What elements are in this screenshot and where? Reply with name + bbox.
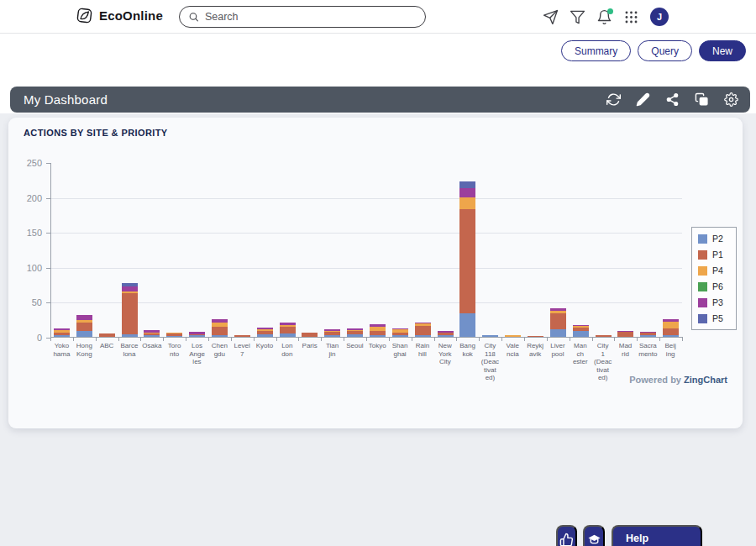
bar-segment-P2[interactable] [459,313,475,337]
brand: EcoOnline [76,7,163,24]
dashboard-title: My Dashboard [24,92,108,107]
x-label-line: Hong [73,342,96,350]
bar-segment-P4[interactable] [505,335,521,338]
y-tick [46,163,50,164]
bar-segment-P1[interactable] [76,323,92,331]
bar-segment-P4[interactable] [663,322,679,328]
bar-segment-P2[interactable] [370,335,386,338]
chart-plot-area: 050100150200250 [50,163,682,338]
settings-gear-icon[interactable] [724,92,738,107]
legend-item-P5[interactable]: P5 [698,313,730,323]
bar-Tianjin [324,329,340,337]
bar-segment-P1[interactable] [234,335,250,338]
bar-Los Angeles [189,332,205,337]
apps-grid-icon[interactable] [623,9,639,25]
bar-segment-P2[interactable] [76,331,92,337]
share-icon[interactable] [665,92,680,107]
x-label-Kyoto: Kyoto [254,342,276,382]
chart-title: ACTIONS BY SITE & PRIORITY [24,128,168,138]
bar-Sacramento [640,332,656,337]
help-button[interactable]: Help [612,525,702,546]
x-tick [501,338,502,341]
bar-segment-P2[interactable] [438,335,454,337]
send-icon[interactable] [543,9,559,25]
refresh-icon[interactable] [606,92,621,107]
bar-Manchester [573,325,589,337]
top-nav-icons: J [543,0,669,34]
powered-by-text: Powered by [629,375,681,385]
filter-icon[interactable] [570,9,585,25]
x-tick [434,338,435,341]
bar-Reykjavik [528,336,543,337]
bar-segment-P2[interactable] [280,333,296,337]
copy-icon[interactable] [695,92,709,107]
x-label-City 1 (Deactivated): City1(Deactivated) [591,342,614,382]
gridline [51,233,682,234]
legend-item-P2[interactable]: P2 [698,234,730,244]
x-tick [163,338,164,341]
legend-item-P3[interactable]: P3 [698,297,730,307]
x-label-Rain hill: Rainhill [412,342,434,382]
x-label-line: Toro [163,342,186,350]
gridline [51,302,682,303]
bar-segment-P1[interactable] [280,327,296,333]
bar-segment-P2[interactable] [347,334,363,337]
gridline [51,268,682,269]
bar-segment-P1[interactable] [596,335,612,337]
bar-segment-P2[interactable] [663,335,679,338]
search-box[interactable] [179,6,426,28]
bar-segment-P2[interactable] [212,335,228,338]
x-label-line: City [591,342,614,350]
bar-segment-P2[interactable] [392,335,408,337]
thumbs-up-button[interactable] [556,525,577,546]
bar-segment-P1[interactable] [302,333,318,337]
graduation-cap-icon [587,533,601,546]
search-input[interactable] [205,11,417,23]
search-icon [188,11,199,23]
bar-segment-P1[interactable] [617,332,633,337]
notifications-bell-icon[interactable] [596,9,612,25]
bar-segment-P1[interactable] [415,326,431,336]
query-button[interactable]: Query [638,40,692,61]
bar-segment-P2[interactable] [144,335,160,337]
bar-segment-P2[interactable] [189,335,205,338]
bar-Seoul [347,328,363,337]
x-tick [298,338,299,341]
legend-item-P6[interactable]: P6 [698,281,730,291]
bar-segment-P2[interactable] [482,335,498,337]
bar-segment-P4[interactable] [459,197,475,209]
x-label-line: Mad [614,342,637,350]
bar-segment-P1[interactable] [212,327,228,335]
bar-Chengdu [212,319,228,337]
bar-segment-P3[interactable] [459,188,475,197]
edit-pencil-icon[interactable] [636,92,650,107]
legend-label: P3 [712,297,723,307]
legend-item-P1[interactable]: P1 [698,249,730,260]
summary-button[interactable]: Summary [561,40,631,61]
x-tick [389,338,390,341]
bar-segment-P1[interactable] [459,209,475,313]
new-button[interactable]: New [699,40,746,61]
bar-segment-P1[interactable] [122,293,138,333]
bar-segment-P1[interactable] [528,336,543,337]
bar-segment-P2[interactable] [54,335,70,338]
bar-segment-P2[interactable] [166,336,182,337]
bar-segment-P5[interactable] [459,181,475,188]
bar-segment-P1[interactable] [663,328,679,335]
x-label-line: Beij [659,342,682,350]
legend-item-P4[interactable]: P4 [698,265,730,276]
bar-segment-P2[interactable] [550,329,566,337]
bar-segment-P2[interactable] [257,334,273,337]
x-label-line: Kong [73,350,96,359]
bar-segment-P2[interactable] [415,335,431,337]
bar-segment-P2[interactable] [122,334,138,337]
bar-segment-P1[interactable] [550,313,566,329]
x-label-Valencia: Valencia [501,342,524,382]
x-label-line: hama [50,350,73,359]
bar-segment-P2[interactable] [324,335,340,338]
user-avatar[interactable]: J [650,8,669,26]
learning-button[interactable] [583,525,605,546]
bar-segment-P2[interactable] [640,335,656,337]
bar-segment-P2[interactable] [573,331,589,337]
bar-segment-P1[interactable] [99,333,115,337]
